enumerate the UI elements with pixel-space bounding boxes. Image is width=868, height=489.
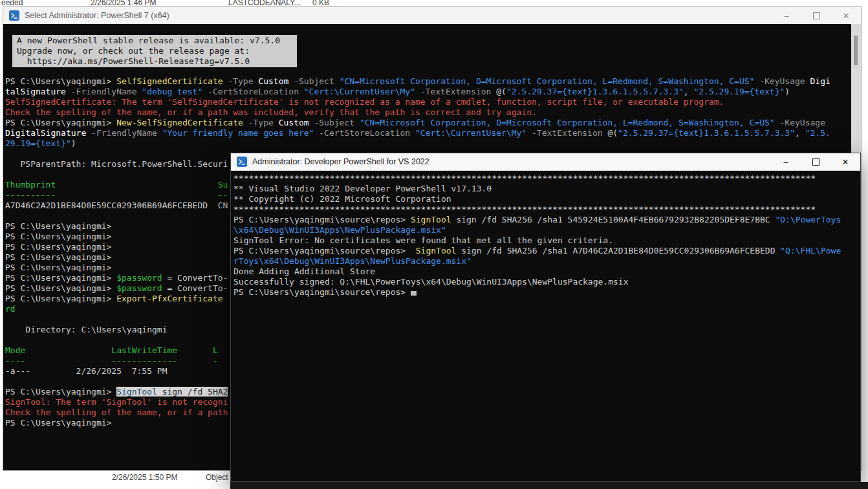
console-lines: ****************************************… [233,173,860,298]
window-title: Administrator: Developer PowerShell for … [252,157,429,166]
explorer-type-fragment: Object [206,473,228,482]
close-button[interactable]: ✕ [831,7,861,24]
maximize-button[interactable] [801,7,831,24]
window-controls: – ✕ [771,153,860,170]
terminal-line: A new PowerShell stable release is avail… [17,36,297,46]
terminal-line: Check the spelling of the name, or if a … [5,107,851,118]
dev-powershell-window: Administrator: Developer PowerShell for … [230,153,861,482]
minimize-button[interactable]: – [772,7,801,24]
close-button[interactable]: ✕ [830,153,860,170]
terminal-line: PS C:\Users\yaqingmi> New-SelfSignedCert… [5,118,851,128]
terminal-line: SelfSignedCertificate: The term 'SelfSig… [5,97,851,107]
terminal-line: SignTool Error: No certificates were fou… [233,235,860,246]
terminal-line: talSignature -FriendlyName "debug test" … [5,87,851,97]
titlebar[interactable]: Select Administrator: PowerShell 7 (x64)… [3,7,861,24]
maximize-button[interactable] [801,153,830,170]
window-title: Select Administrator: PowerShell 7 (x64) [25,11,169,20]
window-controls: – ✕ [772,7,861,24]
terminal-line: https://aka.ms/PowerShell-Release?tag=v7… [17,56,297,67]
text-cursor [411,291,417,296]
maximize-icon [812,158,819,166]
explorer-modified-date-bottom: 2/26/2025 1:50 PM [112,473,177,482]
terminal-line: ****************************************… [233,173,860,184]
terminal-line: PS C:\Users\yaqingmi\source\repos> [233,287,860,298]
terminal-line: DigitalSignature -FriendlyName "Your fri… [5,128,851,138]
update-notice: A new PowerShell stable release is avail… [12,35,297,67]
terminal-line: \x64\Debug\WinUI3Apps\NewPlusPackage.msi… [233,225,860,235]
terminal-line: ** Copyright (c) 2022 Microsoft Corporat… [233,194,860,204]
terminal-line: Upgrade now, or check out the release pa… [17,46,297,56]
terminal-line: ** Visual Studio 2022 Developer PowerShe… [233,184,860,194]
minimize-button[interactable]: – [771,153,801,170]
maximize-icon [813,12,820,19]
terminal-line: Successfully signed: Q:\FHL\PowerToys\x6… [233,277,860,287]
powershell-icon [237,157,247,167]
terminal-line: PS C:\Users\yaqingmi\source\repos> SignT… [233,246,860,256]
powershell-icon [9,10,19,21]
terminal-line: Done Adding Additional Store [233,266,860,277]
terminal-line: 29.19={text}") [5,138,851,149]
window-shadow [230,482,868,489]
terminal-output: ****************************************… [231,170,860,481]
terminal-line: ****************************************… [233,204,860,215]
terminal-line: PS C:\Users\yaqingmi> SelfSignedCertific… [5,76,851,87]
scrollbar-thumb[interactable] [854,36,858,65]
terminal-line: PS C:\Users\yaqingmi\source\repos> SignT… [233,215,860,225]
terminal-line: rToys\x64\Debug\WinUI3Apps\NewPlusPackag… [233,256,860,266]
titlebar[interactable]: Administrator: Developer PowerShell for … [231,153,860,171]
